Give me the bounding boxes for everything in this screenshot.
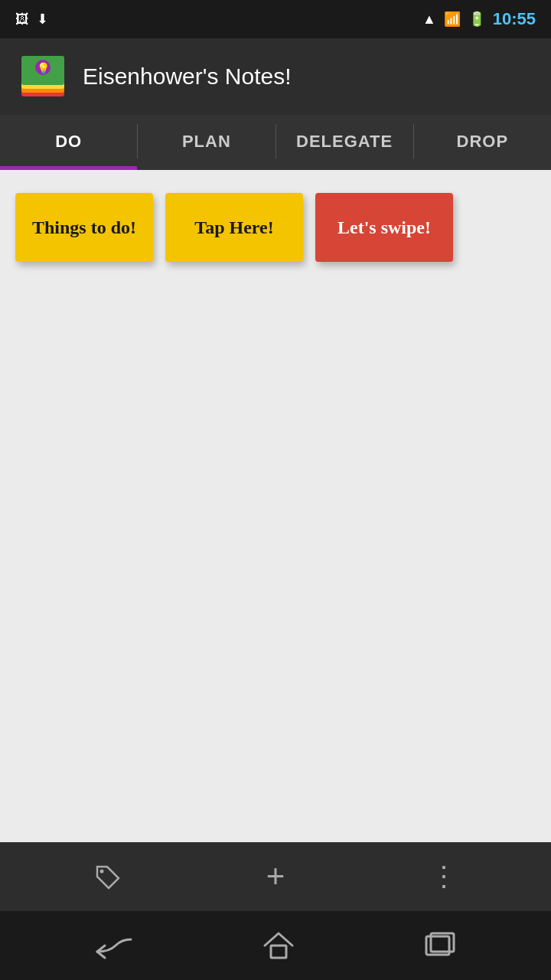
note-card-things-to-do[interactable]: Things to do! [15,193,153,262]
tab-drop[interactable]: DROP [414,115,551,168]
status-time: 10:55 [493,9,536,29]
svg-point-6 [100,870,104,874]
main-content: Things to do! Tap Here! Let's swipe! [0,170,551,842]
signal-icon: 📶 [444,11,461,28]
svg-rect-7 [271,946,286,958]
back-button[interactable] [94,932,134,959]
status-bar: 🖼 ⬇ ▲ 📶 🔋 10:55 [0,0,551,38]
home-button[interactable] [262,930,295,961]
image-icon: 🖼 [15,11,29,28]
recents-button[interactable] [423,932,457,959]
tab-plan[interactable]: PLAN [138,115,275,168]
tab-bar: DO PLAN DELEGATE DROP [0,115,551,170]
app-logo: 💡 [18,52,67,101]
note-card-text: Tap Here! [194,217,273,238]
notes-row: Things to do! Tap Here! Let's swipe! [15,193,536,262]
note-card-text: Things to do! [32,217,136,238]
app-title: Eisenhower's Notes! [83,64,292,90]
tab-delegate[interactable]: DELEGATE [276,115,413,168]
status-right-icons: ▲ 📶 🔋 10:55 [422,9,536,29]
note-card-tap-here[interactable]: Tap Here! [165,193,303,262]
nav-bar [0,911,551,980]
tab-do[interactable]: DO [0,115,137,168]
status-left-icons: 🖼 ⬇ [15,11,413,28]
add-button[interactable]: + [253,854,298,900]
note-card-text: Let's swipe! [337,217,431,238]
download-icon: ⬇ [37,11,48,28]
app-bar: 💡 Eisenhower's Notes! [0,38,551,115]
tag-button[interactable] [84,854,130,900]
battery-icon: 🔋 [468,11,485,28]
action-bar: + ⋮ [0,842,551,911]
note-card-lets-swipe[interactable]: Let's swipe! [315,193,453,262]
wifi-icon: ▲ [422,11,436,28]
svg-text:💡: 💡 [37,62,51,75]
more-options-button[interactable]: ⋮ [421,854,467,900]
